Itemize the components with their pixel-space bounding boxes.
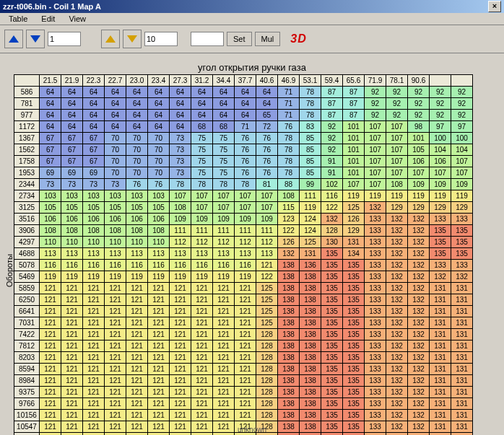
data-cell[interactable]: 121 <box>126 294 148 306</box>
data-cell[interactable]: 92 <box>430 110 451 121</box>
data-cell[interactable]: 70 <box>148 144 170 156</box>
data-cell[interactable]: 138 <box>300 271 321 283</box>
row-header[interactable]: 977 <box>14 110 40 121</box>
data-cell[interactable]: 64 <box>235 110 256 121</box>
data-cell[interactable]: 136 <box>300 260 321 271</box>
row-header[interactable]: 2344 <box>14 179 40 190</box>
data-cell[interactable]: 133 <box>365 306 386 317</box>
data-cell[interactable]: 107 <box>386 167 408 179</box>
data-cell[interactable]: 135 <box>321 329 343 340</box>
data-cell[interactable]: 132 <box>386 398 408 410</box>
data-cell[interactable]: 135 <box>343 317 365 329</box>
data-cell[interactable]: 121 <box>170 329 191 340</box>
data-cell[interactable]: 121 <box>40 340 61 352</box>
data-cell[interactable]: 121 <box>235 398 256 410</box>
data-cell[interactable]: 64 <box>61 110 83 121</box>
data-cell[interactable]: 105 <box>105 202 126 214</box>
data-cell[interactable]: 64 <box>256 98 278 110</box>
data-cell[interactable]: 128 <box>321 225 343 237</box>
data-cell[interactable]: 111 <box>213 225 235 237</box>
data-cell[interactable]: 121 <box>105 387 126 398</box>
data-grid[interactable]: 21.521.922.322.723.023.427.331.234.437.7… <box>14 74 473 435</box>
data-cell[interactable]: 107 <box>430 167 451 179</box>
data-cell[interactable]: 70 <box>148 156 170 167</box>
data-cell[interactable]: 71 <box>235 121 256 133</box>
data-cell[interactable]: 121 <box>170 387 191 398</box>
data-cell[interactable]: 132 <box>386 317 408 329</box>
data-cell[interactable]: 87 <box>343 98 365 110</box>
data-cell[interactable]: 121 <box>235 352 256 364</box>
data-cell[interactable]: 121 <box>148 317 170 329</box>
row-header[interactable]: 7812 <box>14 340 40 352</box>
data-cell[interactable]: 121 <box>83 294 105 306</box>
data-cell[interactable]: 64 <box>40 110 61 121</box>
data-cell[interactable]: 109 <box>408 179 430 190</box>
data-cell[interactable]: 99 <box>300 179 321 190</box>
data-cell[interactable]: 108 <box>61 225 83 237</box>
data-cell[interactable]: 132 <box>386 271 408 283</box>
data-cell[interactable]: 125 <box>343 202 365 214</box>
data-cell[interactable]: 76 <box>278 121 300 133</box>
data-cell[interactable]: 73 <box>170 156 191 167</box>
data-cell[interactable]: 132 <box>430 271 451 283</box>
data-cell[interactable]: 75 <box>213 167 235 179</box>
data-cell[interactable]: 132 <box>386 364 408 375</box>
data-cell[interactable]: 119 <box>343 190 365 202</box>
data-cell[interactable]: 73 <box>61 179 83 190</box>
data-cell[interactable]: 131 <box>451 352 473 364</box>
data-cell[interactable]: 64 <box>235 87 256 98</box>
data-cell[interactable]: 133 <box>365 329 386 340</box>
data-cell[interactable]: 133 <box>451 214 473 225</box>
data-cell[interactable]: 138 <box>278 364 300 375</box>
data-cell[interactable]: 121 <box>61 294 83 306</box>
data-cell[interactable]: 131 <box>451 387 473 398</box>
data-cell[interactable]: 131 <box>430 375 451 387</box>
row-header[interactable]: 8203 <box>14 352 40 364</box>
data-cell[interactable]: 121 <box>61 283 83 294</box>
data-cell[interactable]: 75 <box>213 133 235 144</box>
data-cell[interactable]: 128 <box>256 410 278 421</box>
data-cell[interactable]: 138 <box>300 364 321 375</box>
data-cell[interactable]: 121 <box>170 340 191 352</box>
data-cell[interactable]: 64 <box>40 98 61 110</box>
data-cell[interactable]: 78 <box>278 133 300 144</box>
data-cell[interactable]: 125 <box>256 306 278 317</box>
data-cell[interactable]: 121 <box>170 294 191 306</box>
data-cell[interactable]: 128 <box>256 387 278 398</box>
data-cell[interactable]: 135 <box>321 340 343 352</box>
data-cell[interactable]: 108 <box>40 225 61 237</box>
data-cell[interactable]: 107 <box>365 156 386 167</box>
row-header[interactable]: 5078 <box>14 260 40 271</box>
data-cell[interactable]: 92 <box>451 110 473 121</box>
data-cell[interactable]: 121 <box>40 364 61 375</box>
data-cell[interactable]: 132 <box>386 340 408 352</box>
data-cell[interactable]: 92 <box>451 87 473 98</box>
data-cell[interactable]: 121 <box>126 317 148 329</box>
data-cell[interactable]: 138 <box>300 410 321 421</box>
data-cell[interactable]: 101 <box>343 156 365 167</box>
data-cell[interactable]: 110 <box>148 237 170 248</box>
data-cell[interactable]: 131 <box>430 329 451 340</box>
data-cell[interactable]: 135 <box>430 237 451 248</box>
data-cell[interactable]: 131 <box>451 329 473 340</box>
data-cell[interactable]: 121 <box>235 375 256 387</box>
data-cell[interactable]: 121 <box>83 375 105 387</box>
data-cell[interactable]: 135 <box>321 294 343 306</box>
data-cell[interactable]: 121 <box>213 352 235 364</box>
data-cell[interactable]: 121 <box>83 352 105 364</box>
data-cell[interactable]: 119 <box>408 190 430 202</box>
data-cell[interactable]: 138 <box>300 283 321 294</box>
data-cell[interactable]: 110 <box>105 237 126 248</box>
data-cell[interactable]: 131 <box>430 306 451 317</box>
data-cell[interactable]: 113 <box>170 248 191 260</box>
data-cell[interactable]: 135 <box>343 398 365 410</box>
row-header[interactable]: 1953 <box>14 167 40 179</box>
data-cell[interactable]: 92 <box>451 98 473 110</box>
data-cell[interactable]: 64 <box>105 121 126 133</box>
data-cell[interactable]: 128 <box>256 352 278 364</box>
data-cell[interactable]: 132 <box>408 410 430 421</box>
data-cell[interactable]: 106 <box>126 214 148 225</box>
data-cell[interactable]: 105 <box>148 202 170 214</box>
data-cell[interactable]: 92 <box>430 87 451 98</box>
data-cell[interactable]: 121 <box>126 340 148 352</box>
